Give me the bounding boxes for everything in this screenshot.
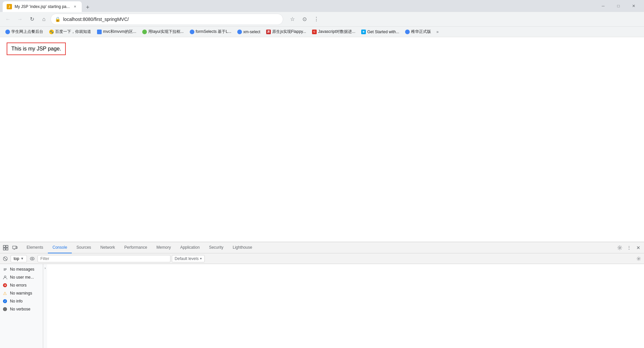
devtools-close-button[interactable]: ✕	[634, 243, 643, 252]
tab-sources[interactable]: Sources	[72, 242, 96, 253]
browser-tab-active[interactable]: J My JSP 'index.jsp' starting pa... ×	[3, 1, 82, 12]
address-bar[interactable]: 🔒	[51, 14, 283, 25]
responsive-icon	[12, 245, 18, 250]
tab-favicon: J	[7, 4, 12, 9]
console-clear-button[interactable]	[1, 255, 9, 263]
devtools-panel: Elements Console Sources Network Perform…	[0, 242, 644, 348]
tab-console[interactable]: Console	[48, 242, 72, 253]
window-controls: ─ □ ✕	[595, 1, 641, 11]
svg-rect-4	[13, 246, 16, 249]
bookmark-item-3[interactable]: 用layui实现下拉框...	[140, 28, 186, 36]
bookmark-icon-1: 🐾	[49, 30, 54, 34]
refresh-button[interactable]: ↻	[27, 14, 37, 25]
home-button[interactable]: ⌂	[39, 14, 49, 25]
sidebar-item-user[interactable]: No user me...	[0, 273, 43, 281]
bookmark-item-2[interactable]: mvc和mvvm的区...	[94, 28, 139, 36]
bookmark-icon-0	[5, 30, 10, 34]
new-tab-button[interactable]: +	[83, 3, 92, 12]
back-button[interactable]: ←	[3, 14, 13, 25]
sidebar-item-verbose[interactable]: No verbose	[0, 305, 43, 313]
svg-line-9	[4, 257, 7, 260]
bookmark-icon-8: ⊞	[361, 30, 366, 34]
page-content: This is my JSP page.	[0, 37, 644, 242]
tab-title: My JSP 'index.jsp' starting pa...	[15, 4, 70, 9]
tab-memory[interactable]: Memory	[152, 242, 175, 253]
sidebar-item-messages[interactable]: No messages	[0, 265, 43, 273]
svg-rect-1	[3, 248, 5, 250]
sidebar-item-errors[interactable]: No errors	[0, 281, 43, 289]
info-icon	[3, 299, 7, 304]
tab-security[interactable]: Security	[204, 242, 228, 253]
context-label: top	[14, 256, 19, 261]
bookmark-item-7[interactable]: C Javascript对数据进...	[309, 28, 358, 36]
maximize-button[interactable]: □	[611, 1, 626, 11]
verbose-icon	[3, 307, 7, 311]
lock-icon: 🔒	[55, 17, 60, 22]
jsp-page-text: This is my JSP page.	[11, 46, 61, 51]
devtools-tab-bar: Elements Console Sources Network Perform…	[0, 242, 644, 253]
bookmark-item-1[interactable]: 🐾 百度一下，你就知道	[47, 28, 94, 36]
settings-icon	[617, 245, 622, 250]
devtools-more-button[interactable]: ⋮	[625, 243, 633, 252]
sidebar-messages-label: No messages	[10, 267, 34, 272]
console-toolbar-right	[635, 255, 643, 263]
console-eye-button[interactable]	[28, 255, 36, 263]
svg-point-16	[4, 276, 6, 277]
bookmark-item-9[interactable]: 稚华正式版	[402, 28, 434, 36]
devtools-responsive-button[interactable]	[11, 243, 19, 252]
bookmark-item-6[interactable]: 原 原生js实现Flappy...	[264, 28, 309, 36]
warnings-icon	[3, 291, 7, 296]
tab-lighthouse[interactable]: Lighthouse	[228, 242, 257, 253]
bookmark-item-8[interactable]: ⊞ Get Started with...	[359, 28, 402, 36]
user-message-icon	[3, 275, 7, 280]
tab-application[interactable]: Application	[175, 242, 204, 253]
forward-button[interactable]: →	[15, 14, 25, 25]
bookmark-item-0[interactable]: 学生网上点餐后台	[3, 28, 46, 36]
tab-elements[interactable]: Elements	[22, 242, 48, 253]
tab-network[interactable]: Network	[96, 242, 120, 253]
home-icon: ⌂	[42, 16, 46, 22]
svg-point-11	[32, 258, 33, 259]
bookmark-label-3: 用layui实现下拉框...	[148, 29, 184, 35]
sidebar-expand-button[interactable]: ›	[43, 266, 47, 270]
bookmark-icon-4	[190, 30, 194, 34]
bookmark-label-8: Get Started with...	[367, 30, 399, 34]
eye-icon	[30, 257, 35, 260]
nav-bar: ← → ↻ ⌂ 🔒 ☆ ⊙ ⋮	[0, 12, 644, 27]
svg-point-10	[30, 257, 34, 260]
bookmark-icon-2	[97, 30, 102, 34]
bookmark-label-9: 稚华正式版	[411, 29, 431, 35]
bookmark-item-5[interactable]: xm-select	[235, 28, 263, 36]
console-levels-dropdown[interactable]: Default levels ▾	[172, 255, 205, 262]
console-sidebar: No messages No user me... No er	[0, 264, 43, 348]
sidebar-warnings-label: No warnings	[10, 291, 32, 296]
profile-icon: ⊙	[302, 16, 307, 22]
console-filter-input[interactable]	[38, 255, 170, 262]
close-button[interactable]: ✕	[626, 1, 641, 11]
tab-performance[interactable]: Performance	[120, 242, 152, 253]
bookmark-star-button[interactable]: ☆	[287, 14, 298, 25]
bookmark-label-5: xm-select	[243, 30, 260, 34]
bookmarks-more-button[interactable]: »	[434, 29, 441, 35]
console-context-select[interactable]: top ▼	[11, 255, 27, 262]
devtools-inspect-button[interactable]	[1, 243, 10, 252]
profile-button[interactable]: ⊙	[299, 14, 310, 25]
console-settings-button[interactable]	[635, 255, 643, 263]
sidebar-info-label: No info	[10, 299, 23, 304]
context-dropdown-arrow: ▼	[21, 257, 24, 260]
menu-button[interactable]: ⋮	[311, 14, 322, 25]
menu-icon: ⋮	[314, 16, 319, 22]
sidebar-item-info[interactable]: No info	[0, 297, 43, 305]
bookmark-item-4[interactable]: formSelects 基于L...	[187, 28, 234, 36]
sidebar-item-warnings[interactable]: No warnings	[0, 289, 43, 297]
bookmark-icon-9	[405, 30, 410, 34]
url-input[interactable]	[63, 17, 279, 22]
bookmark-icon-6: 原	[266, 30, 271, 34]
jsp-text-box: This is my JSP page.	[7, 43, 66, 55]
minimize-button[interactable]: ─	[595, 1, 611, 11]
tab-close-button[interactable]: ×	[72, 4, 78, 9]
bookmark-icon-3	[142, 30, 147, 34]
console-body: No messages No user me... No er	[0, 264, 644, 348]
sidebar-verbose-label: No verbose	[10, 307, 30, 311]
devtools-settings-button[interactable]	[615, 243, 624, 252]
